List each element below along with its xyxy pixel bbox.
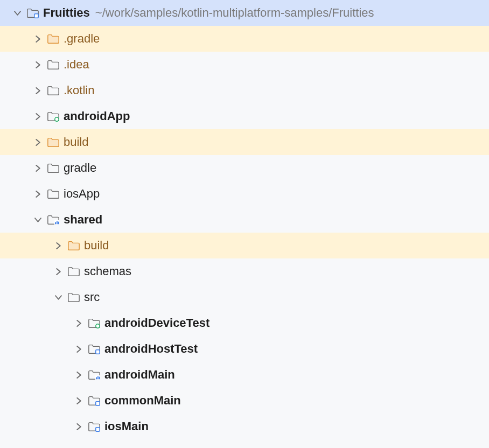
chevron-right-icon[interactable] [30, 165, 45, 172]
chevron-right-icon[interactable] [30, 36, 45, 43]
tree-row[interactable]: .idea [0, 52, 489, 78]
module-folder-green-icon [86, 317, 102, 329]
svg-rect-11 [99, 377, 100, 380]
tree-item-label: iosApp [64, 187, 100, 201]
tree-row[interactable]: shared [0, 207, 489, 233]
project-tree: Fruitties~/work/samples/kotlin-multiplat… [0, 0, 489, 439]
folder-icon [66, 265, 82, 277]
tree-item-label: androidApp [64, 109, 130, 123]
tree-item-label: src [84, 290, 100, 304]
svg-point-6 [96, 324, 100, 328]
tree-item-label: .gradle [64, 32, 100, 46]
chevron-right-icon[interactable] [71, 320, 86, 327]
tree-item-label: gradle [64, 161, 96, 175]
svg-rect-0 [34, 14, 38, 18]
tree-item-label: commonMain [104, 394, 181, 408]
chevron-right-icon[interactable] [71, 423, 86, 430]
chevron-right-icon[interactable] [71, 346, 86, 353]
folder-icon [45, 85, 61, 96]
module-folder-icon [25, 7, 41, 19]
svg-rect-7 [96, 350, 100, 354]
module-folder-bars-icon [86, 369, 102, 381]
folder-icon [45, 59, 61, 71]
project-path: ~/work/samples/kotlin-multiplatform-samp… [95, 6, 374, 20]
svg-rect-4 [57, 221, 58, 225]
chevron-down-icon[interactable] [51, 294, 66, 301]
folder-icon [45, 162, 61, 174]
tree-row[interactable]: .gradle [0, 26, 489, 52]
chevron-right-icon[interactable] [71, 397, 86, 404]
chevron-right-icon[interactable] [30, 191, 45, 198]
tree-row[interactable]: Fruitties~/work/samples/kotlin-multiplat… [0, 0, 489, 26]
chevron-right-icon[interactable] [30, 139, 45, 146]
chevron-down-icon[interactable] [10, 10, 25, 17]
svg-rect-3 [55, 222, 56, 225]
chevron-down-icon[interactable] [30, 216, 45, 223]
module-folder-green-icon [45, 110, 61, 122]
module-folder-bars-icon [45, 214, 61, 226]
orange-folder-icon [45, 136, 61, 148]
tree-item-label: .idea [64, 58, 89, 72]
module-folder-icon [86, 343, 102, 355]
tree-item-label: androidMain [104, 368, 175, 382]
tree-item-label: androidDeviceTest [104, 316, 209, 330]
tree-item-label: shared [64, 213, 102, 227]
svg-rect-10 [97, 376, 99, 380]
chevron-right-icon[interactable] [30, 87, 45, 94]
svg-rect-9 [96, 377, 97, 380]
tree-row[interactable]: androidApp [0, 103, 489, 129]
tree-row[interactable]: iosMain [0, 414, 489, 439]
chevron-right-icon[interactable] [30, 61, 45, 68]
module-folder-icon [86, 421, 102, 432]
tree-item-label: build [64, 135, 88, 149]
tree-row[interactable]: build [0, 233, 489, 258]
tree-item-label: iosMain [104, 419, 149, 433]
orange-folder-icon [66, 240, 82, 251]
tree-row[interactable]: gradle [0, 155, 489, 181]
tree-item-label: build [84, 239, 109, 253]
tree-row[interactable]: iosApp [0, 181, 489, 207]
svg-rect-5 [58, 222, 59, 225]
orange-folder-icon [45, 33, 61, 45]
chevron-right-icon[interactable] [51, 268, 66, 275]
tree-row[interactable]: schemas [0, 258, 489, 284]
tree-row[interactable]: src [0, 284, 489, 310]
folder-icon [66, 291, 82, 303]
tree-row[interactable]: androidMain [0, 362, 489, 388]
chevron-right-icon[interactable] [30, 113, 45, 120]
tree-item-label: Fruitties [43, 6, 90, 20]
tree-row[interactable]: commonMain [0, 388, 489, 414]
tree-row[interactable]: androidDeviceTest [0, 310, 489, 336]
tree-row[interactable]: androidHostTest [0, 336, 489, 362]
svg-rect-13 [96, 428, 100, 431]
folder-icon [45, 188, 61, 200]
tree-row[interactable]: .kotlin [0, 78, 489, 103]
tree-item-label: schemas [84, 264, 131, 278]
module-folder-icon [86, 395, 102, 407]
tree-row[interactable]: build [0, 129, 489, 155]
svg-point-1 [55, 117, 59, 121]
chevron-right-icon[interactable] [51, 242, 66, 249]
svg-rect-12 [96, 402, 100, 405]
tree-item-label: androidHostTest [104, 342, 198, 356]
chevron-right-icon[interactable] [71, 372, 86, 379]
tree-item-label: .kotlin [64, 83, 94, 97]
